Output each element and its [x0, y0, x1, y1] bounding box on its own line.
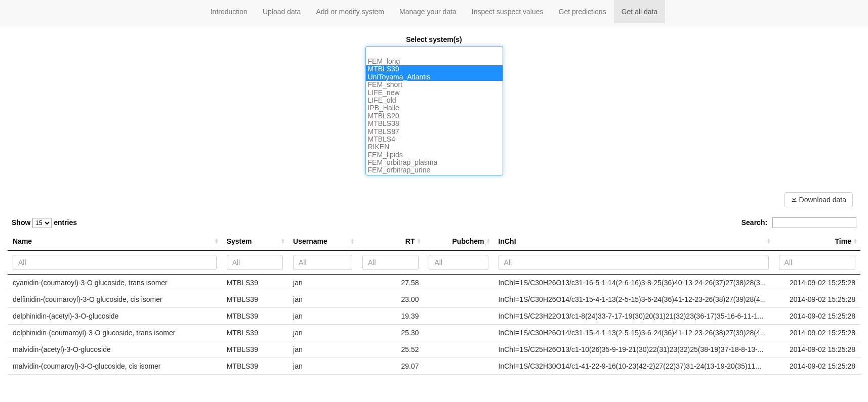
- cell-system: MTBLS39: [222, 358, 288, 375]
- cell-username: jan: [288, 341, 357, 358]
- systems-multiselect[interactable]: FEM_longMTBLS39UniToyama_AtlantisFEM_sho…: [365, 46, 503, 175]
- system-option[interactable]: MTBLS39: [366, 65, 503, 73]
- search-input[interactable]: [772, 217, 856, 228]
- cell-username: jan: [288, 275, 357, 291]
- nav-tab[interactable]: Inspect suspect values: [464, 0, 551, 23]
- search-label: Search:: [741, 218, 767, 227]
- cell-time: 2014-09-02 15:25:28: [774, 275, 860, 291]
- column-filter-input[interactable]: [499, 255, 769, 270]
- sort-icon: ▲▼: [486, 238, 490, 244]
- cell-pubchem: [424, 275, 493, 291]
- column-filter-input[interactable]: [293, 255, 352, 270]
- cell-pubchem: [424, 291, 493, 308]
- system-option[interactable]: FEM_short: [366, 81, 503, 88]
- column-filter-input[interactable]: [13, 255, 217, 270]
- system-option[interactable]: MTBLS20: [366, 112, 503, 120]
- column-filter-input[interactable]: [779, 255, 855, 270]
- length-select[interactable]: 15: [32, 218, 52, 228]
- cell-name: malvidin-(acetyl)-3-O-glucoside: [8, 341, 222, 358]
- column-header[interactable]: RT▲▼: [357, 232, 424, 251]
- cell-pubchem: [424, 341, 493, 358]
- column-header[interactable]: System▲▼: [222, 232, 288, 251]
- cell-rt: 23.00: [357, 291, 424, 308]
- cell-username: jan: [288, 358, 357, 375]
- table-row: malvidin-(acetyl)-3-O-glucosideMTBLS39ja…: [8, 341, 860, 358]
- nav-tab[interactable]: Add or modify system: [308, 0, 392, 23]
- column-header[interactable]: Pubchem▲▼: [424, 232, 493, 251]
- sort-icon: ▲▼: [350, 238, 354, 244]
- system-option[interactable]: FEM_long: [366, 58, 503, 65]
- column-filter-input[interactable]: [362, 255, 419, 270]
- cell-inchi: InChI=1S/C23H22O13/c1-8(24)33-7-17-19(30…: [493, 308, 774, 325]
- system-option[interactable]: FEM_orbitrap_plasma: [366, 159, 503, 166]
- system-option[interactable]: UniToyama_Atlantis: [366, 73, 503, 81]
- cell-name: delfinidin-(coumaroyl)-3-O glucoside, ci…: [8, 291, 222, 308]
- system-option[interactable]: MTBLS4: [366, 136, 503, 143]
- system-option[interactable]: LIFE_old: [366, 97, 503, 104]
- cell-time: 2014-09-02 15:25:28: [774, 341, 860, 358]
- table-row: delphinidin-(coumaroyl)-3-O glucoside, t…: [8, 325, 860, 341]
- select-systems-label: Select system(s): [8, 35, 860, 43]
- cell-rt: 25.52: [357, 341, 424, 358]
- sort-icon: ▲▼: [853, 238, 857, 244]
- cell-inchi: InChI=1S/C32H30O14/c1-41-22-9-16(10-23(4…: [493, 358, 774, 375]
- cell-inchi: InChI=1S/C30H26O14/c31-15-4-1-13(2-5-15)…: [493, 325, 774, 341]
- length-suffix: entries: [54, 218, 77, 227]
- cell-time: 2014-09-02 15:25:28: [774, 358, 860, 375]
- nav-tab[interactable]: Upload data: [255, 0, 309, 23]
- cell-rt: 27.58: [357, 275, 424, 291]
- cell-pubchem: [424, 308, 493, 325]
- table-row: malvidin-(coumaroyl)-3-O-glucoside, cis …: [8, 358, 860, 375]
- cell-username: jan: [288, 325, 357, 341]
- download-label: Download data: [799, 196, 846, 204]
- sort-icon: ▲▼: [417, 238, 421, 244]
- system-option[interactable]: IPB_Halle: [366, 104, 503, 112]
- system-option[interactable]: FEM_lipids: [366, 151, 503, 159]
- column-filter-input[interactable]: [227, 255, 283, 270]
- column-header[interactable]: Username▲▼: [288, 232, 357, 251]
- sort-icon: ▲▼: [767, 238, 771, 244]
- download-data-button[interactable]: Download data: [784, 192, 853, 207]
- cell-rt: 29.07: [357, 358, 424, 375]
- cell-rt: 25.30: [357, 325, 424, 341]
- cell-pubchem: [424, 325, 493, 341]
- system-option[interactable]: FEM_orbitrap_urine: [366, 166, 503, 174]
- cell-pubchem: [424, 358, 493, 375]
- system-option[interactable]: RIKEN: [366, 143, 503, 151]
- cell-system: MTBLS39: [222, 341, 288, 358]
- column-filter-input[interactable]: [429, 255, 488, 270]
- length-prefix: Show: [12, 218, 30, 227]
- nav-tab[interactable]: Get all data: [614, 0, 666, 23]
- system-option[interactable]: MTBLS38: [366, 120, 503, 127]
- top-nav: IntroductionUpload dataAdd or modify sys…: [0, 0, 868, 25]
- sort-icon: ▲▼: [215, 238, 219, 244]
- cell-name: delphinidin-(acetyl)-3-O-glucoside: [8, 308, 222, 325]
- cell-inchi: InChI=1S/C25H26O13/c1-10(26)35-9-19-21(3…: [493, 341, 774, 358]
- cell-username: jan: [288, 308, 357, 325]
- cell-system: MTBLS39: [222, 308, 288, 325]
- cell-username: jan: [288, 291, 357, 308]
- cell-name: cyanidin-(coumaroyl)-3-O glucoside, tran…: [8, 275, 222, 291]
- cell-inchi: InChI=1S/C30H26O14/c31-15-4-1-13(2-5-15)…: [493, 291, 774, 308]
- cell-time: 2014-09-02 15:25:28: [774, 308, 860, 325]
- cell-name: malvidin-(coumaroyl)-3-O-glucoside, cis …: [8, 358, 222, 375]
- system-option[interactable]: MTBLS87: [366, 128, 503, 136]
- cell-name: delphinidin-(coumaroyl)-3-O glucoside, t…: [8, 325, 222, 341]
- column-header[interactable]: Time▲▼: [774, 232, 860, 251]
- table-search-control: Search:: [741, 217, 856, 228]
- cell-inchi: InChI=1S/C30H26O13/c31-16-5-1-14(2-6-16)…: [493, 275, 774, 291]
- system-option[interactable]: LIFE_new: [366, 89, 503, 97]
- sort-icon: ▲▼: [281, 238, 285, 244]
- nav-tab[interactable]: Manage your data: [392, 0, 464, 23]
- cell-time: 2014-09-02 15:25:28: [774, 325, 860, 341]
- table-length-control: Show 15 entries: [12, 218, 77, 228]
- table-row: delfinidin-(coumaroyl)-3-O glucoside, ci…: [8, 291, 860, 308]
- data-table: Name▲▼System▲▼Username▲▼RT▲▼Pubchem▲▼InC…: [8, 232, 860, 375]
- cell-system: MTBLS39: [222, 275, 288, 291]
- cell-time: 2014-09-02 15:25:28: [774, 291, 860, 308]
- column-header[interactable]: Name▲▼: [8, 232, 222, 251]
- nav-tab[interactable]: Introduction: [203, 0, 255, 23]
- column-header[interactable]: InChI▲▼: [493, 232, 774, 251]
- cell-rt: 19.39: [357, 308, 424, 325]
- nav-tab[interactable]: Get predictions: [551, 0, 614, 23]
